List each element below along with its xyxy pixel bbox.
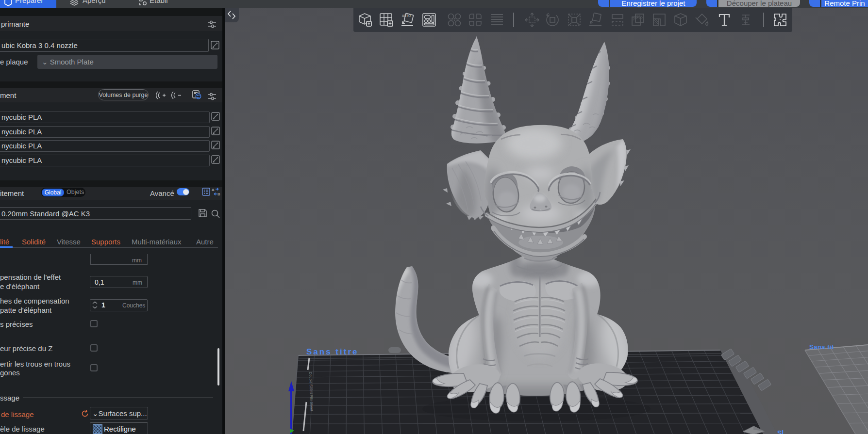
svg-text:Sans titre: Sans titre [306, 347, 358, 356]
svg-text:Sl: Sl [777, 429, 784, 434]
svg-text:B: B [217, 192, 220, 196]
svg-text:A: A [212, 188, 215, 192]
svg-text:Sans tit: Sans tit [809, 343, 834, 351]
svg-text:AUTO: AUTO [402, 14, 411, 17]
